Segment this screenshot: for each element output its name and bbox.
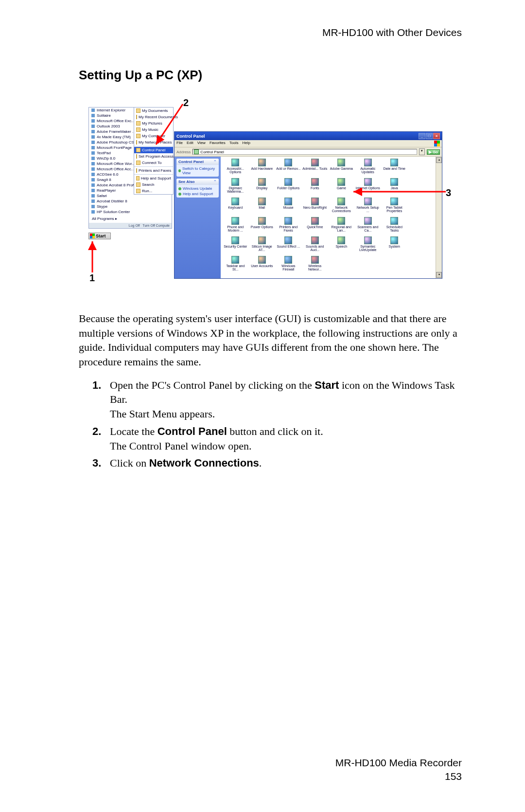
start-menu-item[interactable]: Set Program Access and Defaults [134,153,173,160]
start-menu-item[interactable]: Skype [89,204,172,209]
logoff-button[interactable]: Log Off [129,224,140,227]
all-programs[interactable]: All Programs ▸ [89,215,172,223]
cp-item[interactable]: Add Hardware [249,159,275,177]
cp-item[interactable]: Fonts [302,178,328,197]
cp-item[interactable]: Speech [329,236,354,255]
scroll-down-button[interactable]: ▾ [436,272,442,278]
cp-item[interactable]: User Accounts [249,256,275,274]
cp-item[interactable]: Printers and Faxes [276,217,301,235]
see-also-title: See Also [178,180,195,184]
cp-item[interactable]: Administ... Tools [302,159,328,177]
cp-item[interactable]: Scanners and Ca... [355,217,381,235]
menu-tools[interactable]: Tools [229,141,239,146]
menu-favorites[interactable]: Favorites [210,141,226,146]
turnoff-button[interactable]: Turn Off Compute [142,224,170,227]
start-menu-item[interactable]: My Pictures [134,120,173,126]
cp-icon [311,198,319,205]
address-field[interactable]: Control Panel [192,149,417,155]
cp-item[interactable]: Silicon Image AT... [249,236,275,255]
start-menu-item[interactable]: My Network Places [134,139,173,145]
app-icon [91,167,95,171]
chevron-icon[interactable]: ⌃ [213,160,217,164]
cp-item[interactable]: Scheduled Tasks [382,217,407,235]
vertical-scrollbar[interactable]: ▴ ▾ [436,157,442,278]
start-menu-item[interactable]: My Documents [134,108,173,114]
minimize-button[interactable]: _ [419,133,425,139]
app-icon [91,145,95,150]
cp-item[interactable]: Sounds and Aud... [302,236,328,255]
cp-icon [337,178,345,186]
app-icon [91,199,95,203]
chevron-icon[interactable]: ⌃ [213,180,217,184]
see-also-link[interactable]: Windows Update [178,186,217,191]
start-footer[interactable]: Log Off Turn Off Compute [89,223,172,228]
menu-edit[interactable]: Edit [187,141,193,146]
cp-item[interactable]: Wireless Networ... [302,256,328,274]
folder-icon [136,161,140,165]
scroll-up-button[interactable]: ▴ [436,157,442,163]
start-menu-right[interactable]: My DocumentsMy Recent DocumentsMy Pictur… [134,107,174,195]
menu-file[interactable]: File [176,141,183,146]
start-menu-item[interactable]: Acrobat Distiller 8 [89,198,172,204]
cp-item-network-connections[interactable]: Network Connections [329,198,354,216]
menu-help[interactable]: Help [242,141,250,146]
start-menu-item[interactable]: Run... [134,188,173,194]
cp-item[interactable]: System [382,236,407,255]
close-button[interactable]: × [433,133,440,139]
cp-item[interactable]: Mouse [276,198,301,216]
switch-category-view-link[interactable]: Switch to Category View [178,166,217,176]
cp-item[interactable]: Digimarc Waterma... [223,178,248,197]
start-menu-item[interactable]: Printers and Faxes [134,167,173,174]
cp-item[interactable]: Automatic Updates [355,159,381,177]
see-also-link[interactable]: Help and Support [178,191,217,197]
start-menu-item[interactable]: My Music [134,126,173,133]
cp-item[interactable]: Pen Tablet Properties [382,198,407,216]
start-button[interactable]: Start [88,233,111,239]
cp-icon [284,256,292,264]
cp-item[interactable]: Keyboard [223,198,248,216]
cp-empty [408,256,434,274]
maximize-button[interactable]: □ [426,133,433,139]
cp-item[interactable]: Java [382,178,407,197]
start-menu-item-control-panel[interactable]: Control Panel [134,147,173,153]
cp-item[interactable]: Adobe Gamma [329,159,354,177]
app-icon [91,151,95,155]
bullet-icon [178,169,181,172]
menu-view[interactable]: View [197,141,206,146]
cp-item[interactable]: Display [249,178,275,197]
cp-item[interactable]: Nero BurnRight [302,198,328,216]
cp-icon [337,159,345,166]
cp-item[interactable]: Power Options [249,217,275,235]
cp-item[interactable]: Game [329,178,354,197]
start-menu-item[interactable]: HP Solution Center [89,209,172,215]
start-menu-item[interactable]: Connect To [134,160,173,166]
start-menu-item[interactable]: Help and Support [134,175,173,181]
cp-item[interactable]: Date and Time [382,159,407,177]
start-menu-item[interactable]: My Recent Documents [134,114,173,120]
cp-item[interactable]: Windows Firewall [276,256,301,274]
cp-item[interactable]: Taskbar and St... [223,256,248,274]
cp-icon [258,159,266,166]
address-dropdown-button[interactable]: ▾ [419,148,425,155]
cp-item[interactable]: Add or Remov... [276,159,301,177]
cp-item[interactable]: QuickTime [302,217,328,235]
start-menu-item[interactable]: Search [134,181,173,188]
start-menu-item[interactable]: My Computer [134,133,173,139]
cp-item[interactable]: Mail [249,198,275,216]
go-button[interactable]: ▶ Go [427,149,440,155]
cp-item[interactable]: Internet Options [355,178,381,197]
cp-item[interactable]: Accessibi... Options [223,159,248,177]
cp-item[interactable]: Symantec LiveUpdate [355,236,381,255]
titlebar[interactable]: Control Panel _ □ × [175,132,442,140]
cp-item[interactable]: Network Setup ... [355,198,381,216]
cp-item[interactable]: Security Center [223,236,248,255]
cp-item[interactable]: Regional and Lan... [329,217,354,235]
menubar[interactable]: FileEditViewFavoritesToolsHelp [175,140,442,147]
cp-icon [258,217,266,225]
cp-item[interactable]: Folder Options [276,178,301,197]
app-icon [91,162,95,166]
cp-item[interactable]: Sound Effect ... [276,236,301,255]
cp-item[interactable]: Phone and Modem ... [223,217,248,235]
app-icon [91,194,95,198]
address-bar[interactable]: Address Control Panel ▾ ▶ Go [175,147,442,157]
